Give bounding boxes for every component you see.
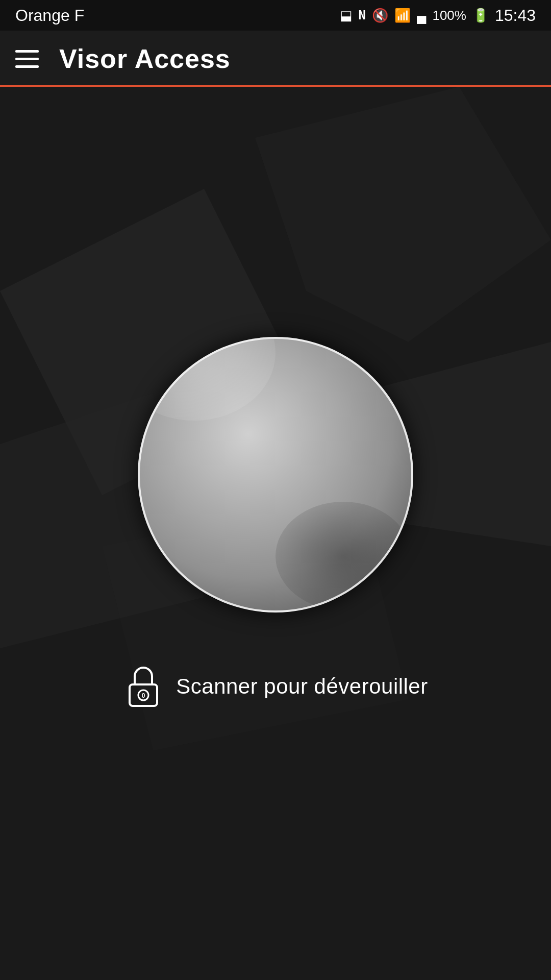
lock-icon-wrap: 0 [123,664,164,709]
scanner-label-row: 0 Scanner pour déverouiller [123,664,428,709]
app-title: Visor Access [59,43,231,74]
fingerprint-scanner[interactable] [138,337,413,612]
bluetooth-icon: ⬓ [340,8,353,23]
mute-icon: 🔇 [372,8,388,23]
carrier-label: Orange F [15,6,84,25]
scanner-container: 0 Scanner pour déverouiller [117,316,434,709]
main-content: 0 Scanner pour déverouiller [0,87,551,980]
lock-number: 0 [142,692,145,699]
wifi-icon: 📶 [394,8,411,23]
scanner-instruction-text: Scanner pour déverouiller [176,674,428,699]
status-icons: ⬓ N 🔇 📶 ▄ 100% 🔋 15:43 [340,6,536,25]
hamburger-line-2 [15,58,39,60]
hamburger-line-3 [15,65,39,68]
signal-icon: ▄ [417,8,426,23]
battery-label: 100% [432,8,466,23]
status-bar: Orange F ⬓ N 🔇 📶 ▄ 100% 🔋 15:43 [0,0,551,31]
lock-icon: 0 [126,665,161,708]
hamburger-line-1 [15,50,39,53]
battery-icon: 🔋 [472,8,489,23]
nfc-icon: N [359,8,366,22]
menu-button[interactable] [15,50,39,68]
toolbar: Visor Access [0,31,551,87]
status-time: 15:43 [495,6,536,25]
svg-marker-1 [255,87,551,342]
ring-container [117,316,434,633]
